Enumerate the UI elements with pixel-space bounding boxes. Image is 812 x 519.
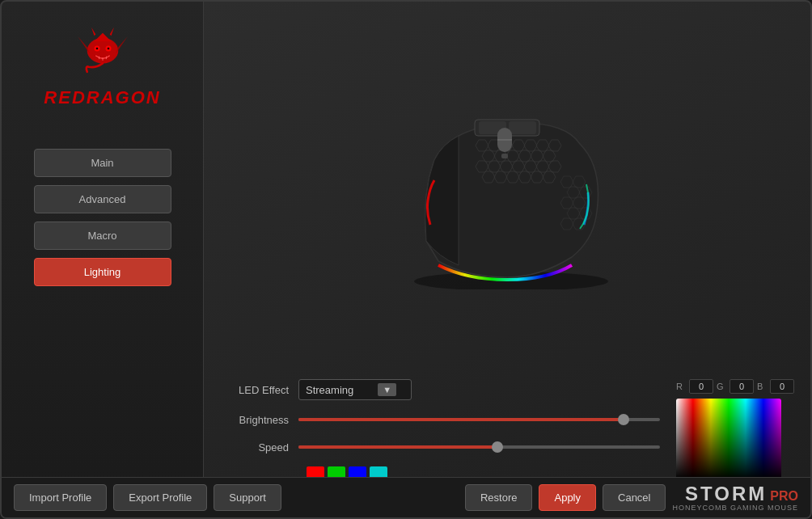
speed-row: Speed bbox=[224, 439, 660, 455]
main-content: LED Effect Streaming ▼ Brightness bbox=[204, 2, 810, 517]
nav-advanced[interactable]: Advanced bbox=[34, 185, 171, 213]
b-label: B bbox=[757, 382, 767, 391]
support-button[interactable]: Support bbox=[214, 484, 281, 511]
storm-brand-text: STORM bbox=[685, 484, 767, 504]
brand-name: REDRAGON bbox=[44, 87, 160, 108]
speed-slider[interactable] bbox=[298, 439, 660, 455]
speed-label: Speed bbox=[224, 441, 289, 454]
brand-logo-right: STORM PRO HONEYCOMB GAMING MOUSE bbox=[672, 484, 798, 512]
led-effect-label: LED Effect bbox=[224, 384, 289, 396]
svg-rect-52 bbox=[509, 121, 536, 134]
app-window: English ▲ ▼ — ✕ bbox=[0, 0, 812, 519]
sidebar: REDRAGON Main Advanced Macro Lighting ww… bbox=[2, 2, 204, 517]
nav-macro[interactable]: Macro bbox=[34, 222, 171, 250]
dropdown-arrow-icon: ▼ bbox=[378, 383, 396, 396]
svg-rect-55 bbox=[501, 154, 508, 158]
rgb-inputs: R G B bbox=[676, 379, 794, 394]
g-label: G bbox=[717, 382, 726, 391]
apply-button[interactable]: Apply bbox=[539, 484, 596, 511]
r-label: R bbox=[676, 382, 686, 391]
bottom-bar: Import Profile Export Profile Support Re… bbox=[2, 477, 810, 517]
cancel-button[interactable]: Cancel bbox=[603, 484, 666, 511]
nav-main[interactable]: Main bbox=[34, 149, 171, 177]
speed-thumb[interactable] bbox=[492, 441, 503, 453]
svg-point-5 bbox=[107, 48, 109, 50]
led-effect-row: LED Effect Streaming ▼ bbox=[224, 379, 660, 400]
storm-sub-text: HONEYCOMB GAMING MOUSE bbox=[672, 504, 798, 512]
svg-marker-1 bbox=[94, 33, 111, 42]
svg-point-4 bbox=[95, 48, 98, 50]
speed-fill bbox=[298, 445, 497, 449]
svg-marker-9 bbox=[109, 27, 113, 36]
import-profile-button[interactable]: Import Profile bbox=[14, 484, 107, 511]
brightness-row: Brightness bbox=[224, 411, 660, 428]
b-input[interactable] bbox=[770, 379, 794, 394]
brightness-label: Brightness bbox=[224, 414, 289, 426]
logo-area: REDRAGON bbox=[44, 10, 160, 133]
g-input[interactable] bbox=[730, 379, 754, 394]
speed-track bbox=[298, 445, 660, 449]
export-profile-button[interactable]: Export Profile bbox=[113, 484, 207, 511]
mouse-display bbox=[204, 2, 810, 367]
dragon-logo-icon bbox=[74, 26, 131, 82]
svg-marker-8 bbox=[91, 27, 95, 36]
svg-marker-6 bbox=[78, 36, 90, 54]
nav-buttons: Main Advanced Macro Lighting bbox=[34, 149, 171, 286]
restore-button[interactable]: Restore bbox=[465, 484, 533, 511]
brightness-slider[interactable] bbox=[298, 411, 660, 428]
color-picker[interactable] bbox=[676, 399, 781, 479]
brightness-fill bbox=[298, 418, 624, 421]
led-effect-select[interactable]: Streaming ▼ bbox=[298, 379, 412, 400]
led-effect-value: Streaming bbox=[306, 384, 353, 396]
svg-marker-7 bbox=[115, 36, 127, 54]
nav-lighting[interactable]: Lighting bbox=[34, 258, 171, 286]
mouse-illustration bbox=[353, 95, 661, 289]
storm-pro-text: PRO bbox=[770, 489, 798, 504]
brightness-track bbox=[298, 418, 660, 421]
brightness-thumb[interactable] bbox=[618, 414, 629, 425]
r-input[interactable] bbox=[689, 379, 713, 394]
